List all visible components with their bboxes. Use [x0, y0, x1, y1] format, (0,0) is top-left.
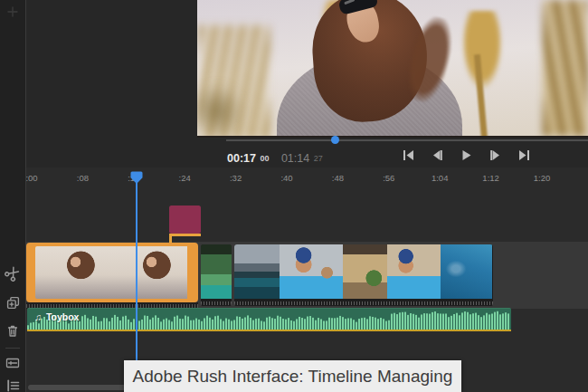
total-time: 01:14 [281, 152, 309, 165]
duplicate-icon [6, 296, 20, 312]
thumbnail-courtyard [343, 244, 387, 299]
delete-clip-button[interactable] [0, 321, 25, 343]
ruler-tick: :00 [25, 173, 37, 183]
ruler-tick: :08 [77, 173, 89, 183]
clip-thumbnails [35, 246, 189, 299]
step-back-button[interactable] [430, 148, 445, 166]
video-clip-1[interactable] [26, 243, 198, 302]
trash-icon [6, 324, 19, 340]
video-clip-2[interactable] [201, 244, 232, 306]
mixer-panel-icon [5, 357, 20, 372]
thumbnail-underwater [441, 244, 492, 299]
add-media-button[interactable] [0, 2, 25, 24]
timeline-ruler[interactable]: :00:08:16:24:32:40:48:561:041:121:20 [25, 167, 588, 187]
step-forward-button[interactable] [488, 148, 503, 166]
step-forward-icon [489, 150, 501, 164]
duplicate-clip-button[interactable] [0, 293, 25, 315]
ruler-tick: :48 [332, 173, 344, 183]
track-list-icon [6, 379, 20, 392]
step-back-icon [432, 150, 443, 164]
ruler-tick: :32 [230, 173, 242, 183]
cornfield-backdrop [543, 0, 588, 136]
timeline-panel: :00:08:16:24:32:40:48:561:041:121:20 ♫To… [0, 167, 588, 392]
split-clip-button[interactable] [0, 263, 25, 285]
thumbnail-woman-portrait [111, 246, 187, 299]
thumbnail-mountain-lake [234, 244, 280, 299]
clip-audio-strip [201, 299, 232, 306]
title-clip[interactable] [169, 206, 201, 234]
audio-clip-label: ♫Toybox [34, 311, 79, 322]
audio-clip-toybox[interactable]: ♫Toybox [27, 308, 511, 331]
cornfield-backdrop [197, 83, 244, 138]
clip-thumbnails [234, 244, 493, 299]
scrubber-track[interactable] [226, 139, 588, 141]
video-preview [197, 0, 588, 138]
ruler-tick: :24 [179, 173, 191, 183]
scissors-icon [5, 266, 20, 283]
current-frames: 00 [260, 154, 269, 163]
track-options-button[interactable] [0, 376, 25, 392]
plus-icon [6, 5, 19, 21]
music-note-icon: ♫ [34, 311, 42, 322]
scrubber-handle[interactable] [331, 136, 339, 144]
toolbar-sidebar [0, 0, 26, 392]
caption-text: Adobe Rush Interface: Timeline Managing [133, 367, 453, 387]
thumbnail-jungle-lake [201, 244, 232, 299]
play-button[interactable] [459, 148, 474, 166]
skip-start-button[interactable] [401, 148, 416, 166]
ruler-tick: 1:12 [482, 173, 499, 183]
ruler-tick: 1:20 [534, 173, 551, 183]
skip-start-icon [403, 150, 414, 164]
thumbnail-selfie-blue [280, 244, 343, 299]
thumbnail-selfie-house [387, 244, 441, 299]
ruler-tick: :56 [383, 173, 394, 183]
adobe-rush-window: 00:17 00 01:14 27 [0, 0, 588, 392]
timecode-display: 00:17 00 01:14 27 [227, 149, 323, 166]
audio-clip-name: Toybox [46, 311, 80, 322]
skip-end-icon [518, 150, 530, 164]
preview-monitor: 00:17 00 01:14 27 [25, 0, 588, 167]
play-icon [460, 150, 472, 164]
transport-controls [401, 148, 532, 166]
playhead-handle[interactable] [130, 171, 143, 188]
thumbnail-woman-portrait [35, 246, 111, 299]
caption-box: Adobe Rush Interface: Timeline Managing [124, 360, 461, 392]
ruler-tick: 1:04 [432, 173, 449, 183]
audio-waveform [27, 310, 511, 330]
skip-end-button[interactable] [517, 148, 532, 166]
ruler-tick: :40 [280, 173, 292, 183]
total-frames: 27 [314, 154, 323, 163]
clip-thumbnails [201, 244, 232, 299]
video-clip-3[interactable] [234, 244, 493, 306]
sidebar-divider [5, 348, 20, 349]
clip-audio-strip [234, 299, 493, 306]
title-clip-underline [169, 234, 201, 236]
current-time: 00:17 [227, 152, 256, 165]
audio-mixer-button[interactable] [0, 353, 25, 375]
